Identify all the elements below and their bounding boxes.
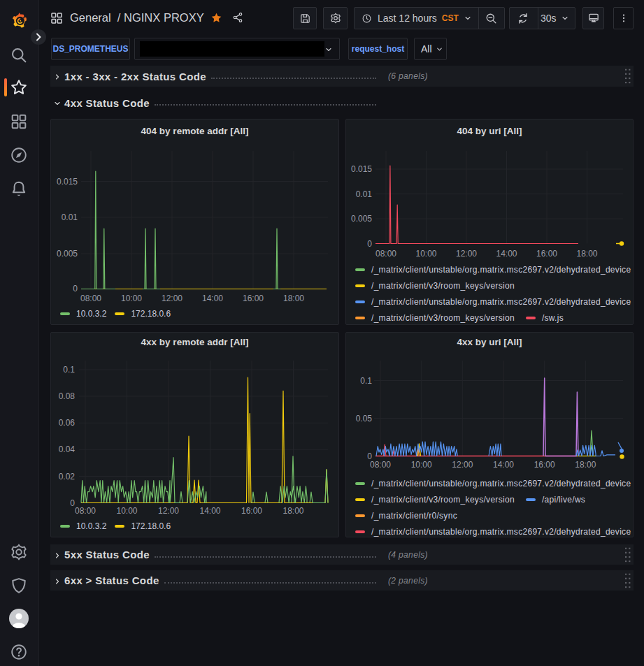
- svg-text:0.005: 0.005: [351, 214, 372, 224]
- svg-text:12:00: 12:00: [452, 460, 473, 470]
- svg-text:16:00: 16:00: [534, 460, 555, 470]
- svg-text:14:00: 14:00: [496, 249, 517, 259]
- svg-text:0.1: 0.1: [360, 376, 372, 386]
- svg-text:0: 0: [73, 284, 78, 294]
- svg-text:18:00: 18:00: [575, 460, 596, 470]
- svg-text:10:00: 10:00: [121, 294, 142, 303]
- svg-text:16:00: 16:00: [243, 294, 264, 303]
- svg-text:0.015: 0.015: [57, 177, 78, 187]
- svg-text:10:00: 10:00: [411, 460, 432, 470]
- svg-text:12:00: 12:00: [158, 506, 179, 516]
- svg-text:0.02: 0.02: [59, 472, 76, 482]
- svg-text:18:00: 18:00: [283, 294, 304, 303]
- svg-text:0.015: 0.015: [351, 164, 372, 174]
- svg-text:0.01: 0.01: [356, 189, 373, 199]
- svg-text:0.04: 0.04: [59, 444, 76, 454]
- svg-text:14:00: 14:00: [202, 294, 223, 303]
- svg-text:16:00: 16:00: [536, 249, 557, 259]
- svg-text:18:00: 18:00: [576, 249, 597, 259]
- svg-text:14:00: 14:00: [493, 460, 514, 470]
- svg-text:0.05: 0.05: [356, 414, 373, 424]
- svg-text:08:00: 08:00: [75, 506, 96, 516]
- svg-text:14:00: 14:00: [199, 506, 220, 516]
- svg-text:18:00: 18:00: [282, 506, 303, 516]
- svg-text:0.01: 0.01: [62, 212, 78, 222]
- svg-text:0.005: 0.005: [57, 249, 78, 259]
- svg-text:0.08: 0.08: [59, 391, 76, 401]
- svg-text:12:00: 12:00: [456, 249, 477, 259]
- svg-text:16:00: 16:00: [241, 506, 262, 516]
- svg-text:08:00: 08:00: [370, 460, 391, 470]
- svg-text:0: 0: [367, 239, 372, 249]
- svg-text:08:00: 08:00: [80, 294, 101, 303]
- svg-text:10:00: 10:00: [415, 249, 436, 259]
- svg-text:10:00: 10:00: [116, 506, 137, 516]
- svg-text:0.06: 0.06: [59, 418, 76, 428]
- svg-text:0.1: 0.1: [63, 365, 75, 375]
- svg-text:12:00: 12:00: [162, 294, 183, 303]
- svg-text:08:00: 08:00: [375, 249, 396, 259]
